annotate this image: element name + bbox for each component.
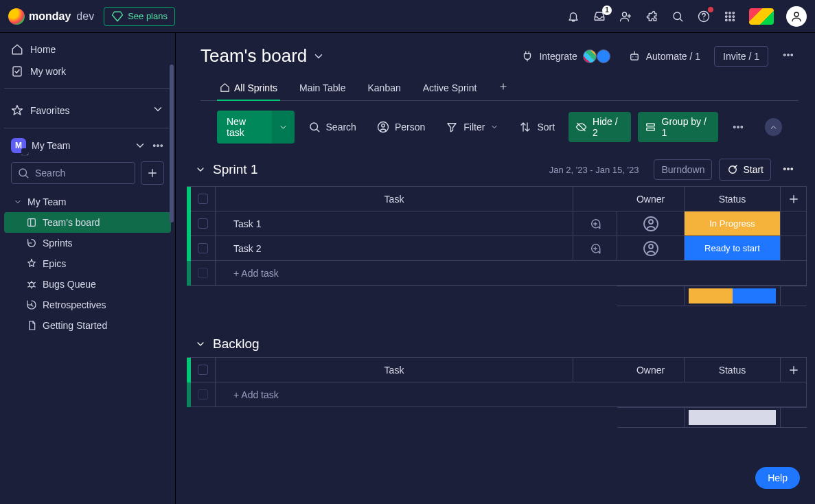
tab-main-table[interactable]: Main Table <box>297 76 348 100</box>
column-header-owner[interactable]: Owner <box>617 358 685 382</box>
product-tile[interactable] <box>749 8 774 25</box>
burndown-button[interactable]: Burndown <box>654 159 712 180</box>
help-floating-button[interactable]: Help <box>755 467 800 489</box>
task-name-cell[interactable]: Task 1 <box>216 211 573 236</box>
toolbar-more-button[interactable] <box>725 117 751 137</box>
add-task-input[interactable]: + Add task <box>216 261 807 286</box>
group-title[interactable]: Sprint 1 <box>213 162 257 177</box>
column-header-task[interactable]: Task <box>216 187 573 211</box>
select-all-checkbox[interactable] <box>191 358 216 382</box>
toolbar-search-button[interactable]: Search <box>301 117 363 137</box>
toolbar-sort-button[interactable]: Sort <box>512 117 562 137</box>
tab-label: Kanban <box>367 82 400 93</box>
new-task-button[interactable]: New task <box>217 111 295 144</box>
collapse-header-button[interactable] <box>765 118 782 136</box>
notifications-button[interactable] <box>566 10 580 23</box>
more-icon <box>782 163 794 175</box>
tab-kanban[interactable]: Kanban <box>365 76 403 100</box>
row-checkbox[interactable] <box>191 211 216 236</box>
help-button[interactable] <box>697 10 711 23</box>
add-task-input[interactable]: + Add task <box>216 382 807 407</box>
invite-button[interactable]: Invite / 1 <box>714 46 768 67</box>
group-title[interactable]: Backlog <box>213 336 260 352</box>
sort-icon <box>519 121 531 133</box>
user-avatar[interactable] <box>786 6 807 27</box>
add-view-button[interactable] <box>496 75 511 100</box>
chevron-down-icon[interactable] <box>312 50 325 62</box>
status-cell[interactable]: Ready to start <box>685 236 781 261</box>
group-summary <box>187 286 807 306</box>
add-column-button[interactable] <box>781 187 807 211</box>
workspace-header[interactable]: M My Team <box>4 134 171 157</box>
chevron-down-icon[interactable] <box>134 139 146 152</box>
column-header-task[interactable]: Task <box>216 358 573 382</box>
row-checkbox[interactable] <box>191 261 216 286</box>
status-cell[interactable]: In Progress <box>685 211 781 236</box>
sidebar-scrollbar[interactable] <box>170 65 175 499</box>
sidebar-search[interactable]: Search <box>11 162 135 184</box>
row-checkbox[interactable] <box>191 382 216 407</box>
invite-members-button[interactable] <box>619 10 632 23</box>
logo[interactable]: monday dev <box>8 8 94 25</box>
task-name-cell[interactable]: Task 2 <box>216 236 573 261</box>
toolbar-filter-button[interactable]: Filter <box>439 117 505 137</box>
group-backlog: Backlog Task Owner Status + Add task <box>187 331 807 428</box>
person-circle-icon <box>643 216 659 232</box>
board-more-button[interactable] <box>778 46 799 66</box>
tree-item-bugs[interactable]: Bugs Queue <box>4 274 171 295</box>
search-everything-button[interactable] <box>671 10 685 23</box>
toolbar-hide-label: Hide / 2 <box>593 116 624 138</box>
tree-item-sprints[interactable]: Sprints <box>4 233 171 253</box>
nav-favorites[interactable]: Favorites <box>4 98 171 122</box>
column-header-status[interactable]: Status <box>685 187 781 211</box>
see-plans-button[interactable]: See plans <box>104 7 175 26</box>
chevron-down-icon[interactable] <box>195 339 206 350</box>
status-sum-empty <box>689 410 776 425</box>
tree-item-teams-board[interactable]: Team's board <box>4 212 171 233</box>
tab-active-sprint[interactable]: Active Sprint <box>420 76 480 100</box>
integrate-button[interactable]: Integrate <box>517 47 614 66</box>
column-header-owner[interactable]: Owner <box>617 187 685 211</box>
toolbar-groupby-button[interactable]: Group by / 1 <box>638 112 719 142</box>
conversation-button[interactable] <box>573 236 617 261</box>
svg-point-38 <box>649 244 653 249</box>
toolbar-hide-button[interactable]: Hide / 2 <box>569 112 630 142</box>
column-header-status[interactable]: Status <box>685 358 781 382</box>
svg-point-4 <box>729 12 731 13</box>
group-more-button[interactable] <box>778 160 799 180</box>
new-task-dropdown[interactable] <box>272 111 295 144</box>
toolbar-person-button[interactable]: Person <box>370 117 432 137</box>
integrate-label: Integrate <box>539 51 577 62</box>
tree-item-label: Retrospectives <box>43 299 106 310</box>
status-sum-inprogress <box>689 288 733 303</box>
conversation-button[interactable] <box>573 211 617 236</box>
more-icon[interactable] <box>152 139 164 152</box>
brand-name: monday <box>29 10 71 23</box>
tree-item-epics[interactable]: Epics <box>4 253 171 274</box>
owner-cell[interactable] <box>617 236 685 261</box>
search-icon <box>17 167 30 179</box>
status-sum-ready <box>733 288 777 303</box>
start-sprint-button[interactable]: Start <box>719 159 771 181</box>
chevron-down-icon <box>279 123 288 132</box>
filter-icon <box>446 121 458 133</box>
row-checkbox[interactable] <box>191 236 216 261</box>
select-all-checkbox[interactable] <box>191 187 216 211</box>
inbox-button[interactable]: 1 <box>593 10 606 23</box>
owner-cell[interactable] <box>617 211 685 236</box>
products-switcher-button[interactable] <box>723 10 737 23</box>
tree-item-getting-started[interactable]: Getting Started <box>4 315 171 336</box>
tab-all-sprints[interactable]: All Sprints <box>217 76 280 100</box>
tree-item-retros[interactable]: Retrospectives <box>4 295 171 315</box>
svg-point-34 <box>791 168 792 169</box>
automate-button[interactable]: Automate / 1 <box>624 47 704 65</box>
apps-button[interactable] <box>645 10 658 23</box>
tree-root[interactable]: My Team <box>4 192 171 212</box>
board-title[interactable]: Team's board <box>200 45 307 67</box>
sidebar-add-button[interactable] <box>141 161 164 185</box>
chevron-down-icon[interactable] <box>195 164 206 175</box>
person-circle-icon <box>643 240 659 257</box>
nav-my-work[interactable]: My work <box>4 60 171 82</box>
add-column-button[interactable] <box>781 358 807 382</box>
nav-home[interactable]: Home <box>4 38 171 60</box>
